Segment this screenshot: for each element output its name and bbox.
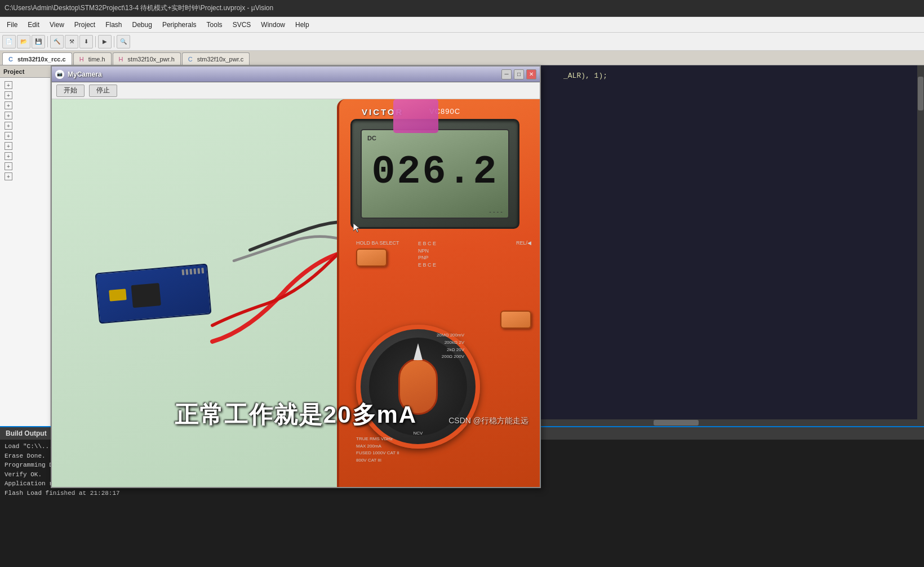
tree-expander-3[interactable]: + bbox=[5, 101, 12, 109]
multimeter-body: VICTOR VC890C DC 026.2 - - - - bbox=[326, 99, 540, 487]
menu-edit[interactable]: Edit bbox=[23, 19, 44, 30]
menu-window[interactable]: Window bbox=[256, 19, 290, 30]
tree-node-4[interactable]: + bbox=[2, 110, 48, 121]
tree-expander-5[interactable]: + bbox=[5, 122, 12, 130]
menu-view[interactable]: View bbox=[45, 19, 69, 30]
code-editor: _ALR), 1); bbox=[541, 65, 924, 426]
menu-file[interactable]: File bbox=[2, 19, 22, 30]
h-scrollbar-thumb[interactable] bbox=[654, 420, 699, 426]
toolbar-rebuild[interactable]: ⚒ bbox=[65, 35, 78, 48]
meter-display-bezel: DC 026.2 - - - - bbox=[350, 119, 519, 229]
tree-node-3[interactable]: + bbox=[2, 100, 48, 110]
camera-canvas: VICTOR VC890C DC 026.2 - - - - bbox=[52, 99, 540, 487]
camera-window: 📷 MyCamera ─ □ ✕ 开始 停止 bbox=[51, 65, 541, 488]
camera-maximize-button[interactable]: □ bbox=[514, 69, 524, 79]
tab-pwr-c[interactable]: C stm32f10x_pwr.c bbox=[182, 52, 250, 65]
arduino-pins bbox=[181, 268, 204, 275]
tree-node-9[interactable]: + bbox=[2, 161, 48, 171]
meter-transistor-labels: E B C ENPNPNPE B C E bbox=[418, 240, 436, 268]
tree-node-6[interactable]: + bbox=[2, 131, 48, 141]
scrollbar-thumb[interactable] bbox=[918, 77, 923, 110]
tree-node-10[interactable]: + bbox=[2, 171, 48, 181]
meter-button2[interactable] bbox=[500, 311, 531, 329]
tree-expander-2[interactable]: + bbox=[5, 91, 12, 99]
menu-bar: File Edit View Project Flash Debug Perip… bbox=[0, 17, 924, 33]
arduino-component bbox=[109, 289, 127, 302]
sidebar-header: Project bbox=[0, 65, 50, 78]
meter-reading: 026.2 bbox=[371, 153, 498, 192]
menu-peripherals[interactable]: Peripherals bbox=[158, 19, 201, 30]
toolbar-sep2 bbox=[95, 36, 96, 47]
tree-node-5[interactable]: + bbox=[2, 121, 48, 131]
camera-view: VICTOR VC890C DC 026.2 - - - - bbox=[52, 99, 540, 487]
horizontal-scrollbar[interactable] bbox=[541, 419, 917, 426]
title-bar: C:\Users\Admin\Desktop\STM32Project\13-4… bbox=[0, 0, 924, 17]
toolbar-sep1 bbox=[47, 36, 48, 47]
toolbar: 📄 📂 💾 🔨 ⚒ ⬇ ▶ 🔍 bbox=[0, 33, 924, 51]
camera-title: MyCamera bbox=[68, 70, 501, 78]
tree-expander-9[interactable]: + bbox=[5, 162, 12, 170]
tab-rcc-c[interactable]: C stm32f10x_rcc.c bbox=[2, 52, 72, 65]
tree-expander-4[interactable]: + bbox=[5, 112, 12, 119]
pink-object bbox=[393, 99, 438, 133]
meter-segments: - - - - bbox=[489, 208, 503, 215]
tree-node-8[interactable]: + bbox=[2, 151, 48, 161]
meter-lcd: DC 026.2 - - - - bbox=[361, 129, 509, 219]
toolbar-build[interactable]: 🔨 bbox=[50, 35, 64, 48]
tree-expander-1[interactable]: + bbox=[5, 81, 12, 89]
meter-dc-label: DC bbox=[367, 135, 376, 141]
tree-expander-6[interactable]: + bbox=[5, 132, 12, 140]
build-line-6: Flash Load finished at 21:28:17 bbox=[5, 489, 919, 498]
meter-rel-label: REL/◀ bbox=[516, 240, 531, 246]
camera-controls: ─ □ ✕ bbox=[501, 69, 536, 79]
toolbar-open[interactable]: 📂 bbox=[17, 35, 30, 48]
vertical-scrollbar[interactable] bbox=[917, 65, 924, 426]
arduino-board bbox=[95, 263, 211, 324]
camera-minimize-button[interactable]: ─ bbox=[501, 69, 512, 79]
menu-debug[interactable]: Debug bbox=[128, 19, 157, 30]
tree-expander-7[interactable]: + bbox=[5, 142, 12, 150]
meter-bottom-labels: TRUE RMS VΩHz MAX 200mA FUSED 1000V CAT … bbox=[356, 436, 534, 464]
menu-svcs[interactable]: SVCS bbox=[228, 19, 256, 30]
tree-node-7[interactable]: + bbox=[2, 141, 48, 151]
tabs-bar: C stm32f10x_rcc.c H time.h H stm32f10x_p… bbox=[0, 51, 924, 65]
camera-titlebar: 📷 MyCamera ─ □ ✕ bbox=[52, 67, 540, 82]
toolbar-new[interactable]: 📄 bbox=[2, 35, 16, 48]
code-content: _ALR), 1); bbox=[541, 65, 924, 86]
camera-start-button[interactable]: 开始 bbox=[56, 85, 85, 97]
toolbar-download[interactable]: ⬇ bbox=[79, 35, 93, 48]
tree-expander-10[interactable]: + bbox=[5, 172, 12, 180]
tab-time-h[interactable]: H time.h bbox=[73, 52, 112, 65]
camera-toolbar: 开始 停止 bbox=[52, 82, 540, 99]
arduino-chip bbox=[131, 283, 161, 308]
tree-node-1[interactable]: + bbox=[2, 80, 48, 90]
camera-icon: 📷 bbox=[55, 70, 64, 79]
tab-pwr-h[interactable]: H stm32f10x_pwr.h bbox=[113, 52, 181, 65]
meter-dial[interactable]: 20MΩ 200mV 200kΩ 2V 2kΩ 20V 200Ω 200V NC… bbox=[356, 325, 480, 449]
toolbar-save[interactable]: 💾 bbox=[32, 35, 45, 48]
meter-button1[interactable] bbox=[356, 249, 387, 267]
toolbar-search-icon[interactable]: 🔍 bbox=[117, 35, 130, 48]
csdn-watermark: CSDN @行稳方能走远 bbox=[448, 416, 528, 426]
toolbar-debug[interactable]: ▶ bbox=[98, 35, 112, 48]
title-text: C:\Users\Admin\Desktop\STM32Project\13-4… bbox=[5, 3, 273, 13]
tree-node-2[interactable]: + bbox=[2, 90, 48, 100]
camera-close-button[interactable]: ✕ bbox=[526, 69, 536, 79]
meter-labels: HOLD BA SELECT bbox=[356, 240, 399, 246]
main-area: Project + + + + + + + bbox=[0, 65, 924, 511]
tree-expander-8[interactable]: + bbox=[5, 152, 12, 160]
menu-project[interactable]: Project bbox=[70, 19, 100, 30]
code-line-1: _ALR), 1); bbox=[541, 71, 924, 81]
menu-flash[interactable]: Flash bbox=[101, 19, 126, 30]
toolbar-sep3 bbox=[114, 36, 114, 47]
menu-tools[interactable]: Tools bbox=[202, 19, 227, 30]
menu-help[interactable]: Help bbox=[291, 19, 314, 30]
camera-stop-button[interactable]: 停止 bbox=[89, 85, 117, 97]
